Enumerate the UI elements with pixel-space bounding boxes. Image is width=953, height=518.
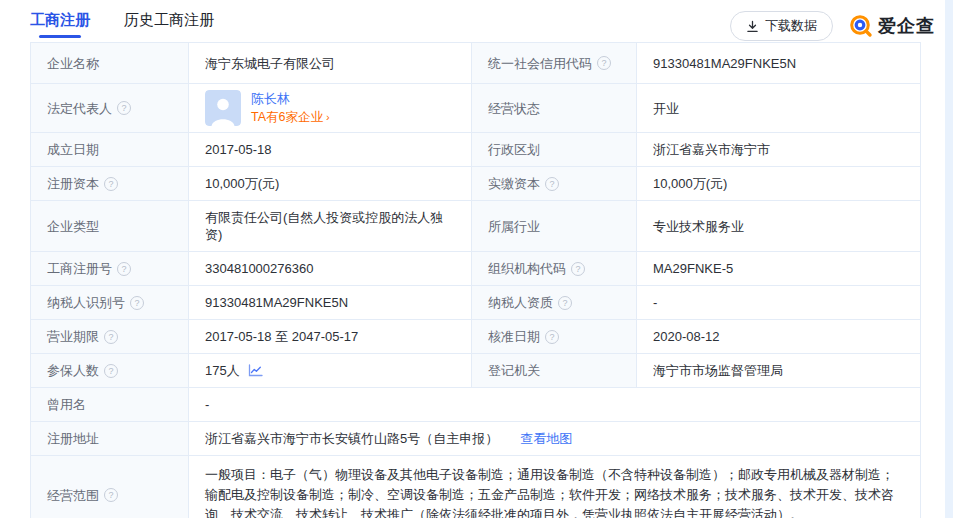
value-text: 一般项目：电子（气）物理设备及其他电子设备制造；通用设备制造（不含特种设备制造）… bbox=[205, 467, 894, 518]
value-text: 2017-05-18 至 2047-05-17 bbox=[205, 328, 358, 345]
help-icon[interactable]: ? bbox=[130, 296, 144, 310]
field-value-business-scope: 一般项目：电子（气）物理设备及其他电子设备制造；通用设备制造（不含特种设备制造）… bbox=[188, 456, 920, 518]
label-text: 纳税人资质 bbox=[488, 294, 553, 311]
help-icon[interactable]: ? bbox=[117, 262, 131, 276]
value-text: - bbox=[653, 294, 657, 311]
field-label-insured-count: 参保人数? bbox=[31, 354, 188, 387]
value-text: MA29FNKE-5 bbox=[653, 260, 733, 277]
value-text: 海宁市市场监督管理局 bbox=[653, 362, 783, 379]
field-value-company-type: 有限责任公司(自然人投资或控股的法人独资) bbox=[188, 201, 471, 251]
label-text: 企业名称 bbox=[47, 55, 99, 72]
trend-chart-icon[interactable] bbox=[248, 364, 263, 377]
tab-business-registration[interactable]: 工商注册 bbox=[30, 11, 90, 42]
table-row: 工商注册号? 330481000276360 组织机构代码? MA29FNKE-… bbox=[31, 251, 920, 285]
label-text: 注册地址 bbox=[47, 430, 99, 447]
related-companies-link[interactable]: TA有6家企业› bbox=[251, 109, 330, 126]
value-text: 2020-08-12 bbox=[653, 328, 720, 345]
help-icon[interactable]: ? bbox=[104, 330, 118, 344]
label-text: 参保人数 bbox=[47, 362, 99, 379]
help-icon[interactable]: ? bbox=[571, 262, 585, 276]
table-row: 企业名称 海宁东城电子有限公司 统一社会信用代码? 91330481MA29FN… bbox=[31, 43, 920, 83]
field-label-taxpayer-qualification: 纳税人资质? bbox=[471, 286, 636, 319]
field-value-former-name: - bbox=[188, 388, 920, 421]
tab-bar: 工商注册 历史工商注册 bbox=[30, 11, 214, 42]
value-text: 专业技术服务业 bbox=[653, 218, 744, 235]
field-value-reg-number: 330481000276360 bbox=[188, 252, 471, 285]
field-label-company-type: 企业类型 bbox=[31, 201, 188, 251]
field-label-registration-authority: 登记机关 bbox=[471, 354, 636, 387]
field-label-admin-division: 行政区划 bbox=[471, 133, 636, 166]
field-label-registered-capital: 注册资本? bbox=[31, 167, 188, 200]
label-text: 曾用名 bbox=[47, 396, 86, 413]
related-companies-text: TA有6家企业 bbox=[251, 109, 323, 126]
table-row: 注册地址 浙江省嘉兴市海宁市长安镇竹山路5号（自主申报） 查看地图 bbox=[31, 421, 920, 455]
field-value-company-name: 海宁东城电子有限公司 bbox=[188, 43, 471, 83]
field-value-registered-capital: 10,000万(元) bbox=[188, 167, 471, 200]
download-icon bbox=[746, 20, 759, 33]
legal-rep-link[interactable]: 陈长林 bbox=[251, 90, 330, 107]
label-text: 核准日期 bbox=[488, 328, 540, 345]
table-row: 营业期限? 2017-05-18 至 2047-05-17 核准日期? 2020… bbox=[31, 319, 920, 353]
help-icon[interactable]: ? bbox=[558, 296, 572, 310]
field-value-registered-address: 浙江省嘉兴市海宁市长安镇竹山路5号（自主申报） 查看地图 bbox=[188, 422, 920, 455]
legal-rep-info: 陈长林 TA有6家企业› bbox=[251, 90, 330, 126]
value-text: 有限责任公司(自然人投资或控股的法人独资) bbox=[205, 209, 455, 243]
field-label-former-name: 曾用名 bbox=[31, 388, 188, 421]
label-text: 经营状态 bbox=[488, 100, 540, 117]
label-text: 成立日期 bbox=[47, 141, 99, 158]
help-icon[interactable]: ? bbox=[104, 364, 118, 378]
registration-table: 企业名称 海宁东城电子有限公司 统一社会信用代码? 91330481MA29FN… bbox=[30, 42, 921, 518]
label-text: 注册资本 bbox=[47, 175, 99, 192]
field-value-insured-count: 175人 bbox=[188, 354, 471, 387]
table-row: 纳税人识别号? 91330481MA29FNKE5N 纳税人资质? - bbox=[31, 285, 920, 319]
aiqicha-logo-icon bbox=[849, 14, 873, 38]
brand-name: 爱企查 bbox=[878, 14, 935, 38]
field-value-status: 开业 bbox=[636, 84, 920, 132]
table-row: 法定代表人? 陈长林 TA有6家企业› 经营状态 开业 bbox=[31, 83, 920, 132]
brand-logo[interactable]: 爱企查 bbox=[849, 14, 935, 38]
label-text: 所属行业 bbox=[488, 218, 540, 235]
download-data-button[interactable]: 下载数据 bbox=[730, 11, 833, 41]
table-row: 曾用名 - bbox=[31, 387, 920, 421]
help-icon[interactable]: ? bbox=[545, 177, 559, 191]
field-label-legal-rep: 法定代表人? bbox=[31, 84, 188, 132]
view-map-link[interactable]: 查看地图 bbox=[520, 430, 572, 447]
download-button-label: 下载数据 bbox=[765, 17, 817, 35]
field-value-approval-date: 2020-08-12 bbox=[636, 320, 920, 353]
field-label-registered-address: 注册地址 bbox=[31, 422, 188, 455]
label-text: 行政区划 bbox=[488, 141, 540, 158]
table-row: 注册资本? 10,000万(元) 实缴资本? 10,000万(元) bbox=[31, 166, 920, 200]
value-text: 175人 bbox=[205, 362, 240, 379]
value-text: 10,000万(元) bbox=[653, 175, 727, 192]
value-text: 91330481MA29FNKE5N bbox=[653, 55, 796, 72]
field-label-org-code: 组织机构代码? bbox=[471, 252, 636, 285]
field-label-industry: 所属行业 bbox=[471, 201, 636, 251]
field-label-reg-number: 工商注册号? bbox=[31, 252, 188, 285]
label-text: 法定代表人 bbox=[47, 100, 112, 117]
help-icon[interactable]: ? bbox=[545, 330, 559, 344]
help-icon[interactable]: ? bbox=[117, 101, 131, 115]
help-icon[interactable]: ? bbox=[104, 488, 118, 502]
table-row: 成立日期 2017-05-18 行政区划 浙江省嘉兴市海宁市 bbox=[31, 132, 920, 166]
help-icon[interactable]: ? bbox=[597, 56, 611, 70]
value-text: 330481000276360 bbox=[205, 260, 313, 277]
field-value-legal-rep: 陈长林 TA有6家企业› bbox=[188, 84, 471, 132]
value-text: 2017-05-18 bbox=[205, 141, 272, 158]
field-label-approval-date: 核准日期? bbox=[471, 320, 636, 353]
header-right: 下载数据 爱企查 bbox=[730, 11, 935, 41]
label-text: 纳税人识别号 bbox=[47, 294, 125, 311]
field-value-admin-division: 浙江省嘉兴市海宁市 bbox=[636, 133, 920, 166]
label-text: 统一社会信用代码 bbox=[488, 55, 592, 72]
tab-history-registration[interactable]: 历史工商注册 bbox=[124, 11, 214, 42]
field-label-business-scope: 经营范围? bbox=[31, 456, 188, 518]
label-text: 工商注册号 bbox=[47, 260, 112, 277]
value-text: 开业 bbox=[653, 100, 679, 117]
field-label-company-name: 企业名称 bbox=[31, 43, 188, 83]
value-text: - bbox=[205, 396, 209, 413]
value-text: 浙江省嘉兴市海宁市 bbox=[653, 141, 770, 158]
avatar[interactable] bbox=[205, 90, 241, 126]
value-text: 10,000万(元) bbox=[205, 175, 279, 192]
chevron-right-icon: › bbox=[326, 109, 330, 126]
label-text: 营业期限 bbox=[47, 328, 99, 345]
help-icon[interactable]: ? bbox=[104, 177, 118, 191]
